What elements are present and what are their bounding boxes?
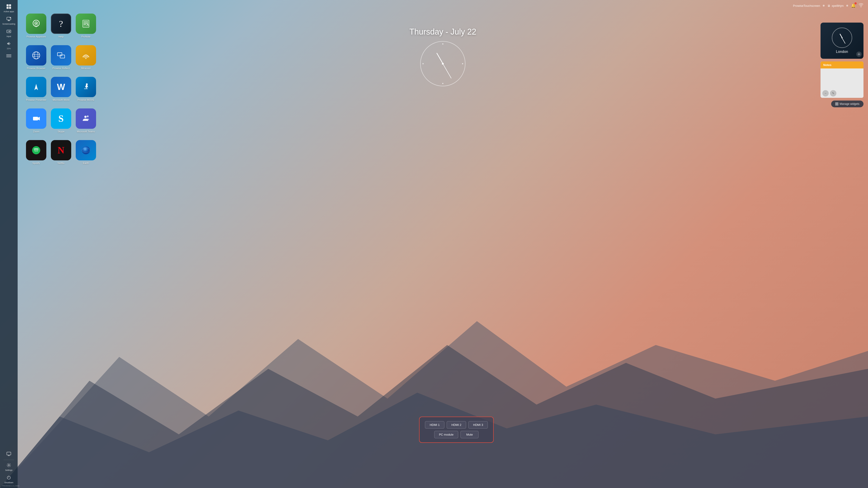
grid-icon xyxy=(6,4,11,10)
svg-point-42 xyxy=(84,116,87,118)
svg-point-30 xyxy=(34,52,38,59)
app-name-appstore: Prowise Appstore xyxy=(26,35,46,38)
app-icon-teams xyxy=(76,108,96,129)
sidebar-item-active-apps[interactable]: Active apps xyxy=(0,2,18,15)
app-name-move: Prowise MOVE xyxy=(78,98,94,101)
app-pronote[interactable]: ProNote xyxy=(74,13,97,43)
svg-marker-37 xyxy=(34,84,38,90)
app-name-presenter: Prowise Presenter xyxy=(26,98,46,101)
input-icon xyxy=(6,29,11,35)
app-name-spotify: Spotify xyxy=(32,162,40,164)
svg-marker-12 xyxy=(7,42,9,45)
app-word[interactable]: W Microsoft Word xyxy=(50,77,72,106)
app-icon-reflect xyxy=(51,45,71,66)
app-name-teams: Microsoft Teams xyxy=(77,130,95,133)
app-icon-move xyxy=(76,77,96,97)
app-name-help: Help xyxy=(59,35,64,38)
app-zoom[interactable]: Zoom xyxy=(25,108,48,138)
svg-rect-6 xyxy=(9,7,11,9)
sidebar: Active apps Screencasting Input xyxy=(0,0,18,184)
sidebar-label-active-apps: Active apps xyxy=(4,10,14,13)
sidebar-item-screencasting[interactable]: Screencasting xyxy=(0,15,18,27)
sidebar-label-volume: 20% xyxy=(7,47,11,50)
app-appstore[interactable]: Prowise Appstore xyxy=(25,13,48,43)
topbar: ProwiseTouchscreen 🖥 xpe8thjm 🔔 xyxy=(18,0,329,11)
app-name-netflix: Netflix xyxy=(58,162,65,164)
app-icon-word: W xyxy=(51,77,71,97)
app-miracast[interactable]: Miracast xyxy=(74,45,97,74)
app-reflect[interactable]: Prowise Reflect xyxy=(50,45,72,74)
app-presenter[interactable]: Prowise Presenter xyxy=(25,77,48,106)
svg-rect-25 xyxy=(83,20,89,27)
app-icon-help: ? xyxy=(51,13,71,34)
app-name-earth: Earth xyxy=(83,162,89,164)
app-name-browser: Prowise Browser xyxy=(27,67,46,70)
app-icon-skype: S xyxy=(51,108,71,129)
app-skype[interactable]: S Skype xyxy=(50,108,72,138)
app-name-reflect: Prowise Reflect xyxy=(53,67,70,70)
svg-rect-5 xyxy=(6,7,8,9)
app-icon-zoom xyxy=(26,108,46,129)
svg-rect-4 xyxy=(9,4,11,6)
app-icon-presenter xyxy=(26,77,46,97)
app-browser[interactable]: Prowise Browser xyxy=(25,45,48,74)
svg-rect-34 xyxy=(60,55,65,58)
app-spotify[interactable]: Spotify xyxy=(25,140,48,169)
sidebar-item-menu[interactable] xyxy=(0,52,18,60)
app-name-miracast: Miracast xyxy=(81,67,91,70)
sidebar-item-volume[interactable]: 20% xyxy=(0,39,18,52)
svg-marker-41 xyxy=(38,117,40,121)
sidebar-label-input: Input xyxy=(6,35,11,38)
sidebar-label-screencasting: Screencasting xyxy=(2,23,15,25)
sidebar-item-input[interactable]: Input xyxy=(0,27,18,39)
svg-rect-33 xyxy=(57,53,62,56)
app-icon-spotify xyxy=(26,140,46,160)
svg-point-43 xyxy=(87,116,89,117)
svg-rect-40 xyxy=(33,117,38,121)
app-name-skype: Skype xyxy=(58,130,65,133)
app-netflix[interactable]: N Netflix xyxy=(50,140,72,169)
app-icon-appstore xyxy=(26,13,46,34)
screencast-icon xyxy=(6,17,11,22)
app-name-zoom: Zoom xyxy=(33,130,39,133)
app-icon-pronote xyxy=(76,13,96,34)
svg-point-44 xyxy=(32,146,40,154)
svg-point-24 xyxy=(35,23,37,24)
app-grid: Prowise Appstore ? Help ProNote xyxy=(25,13,97,169)
app-name-pronote: ProNote xyxy=(81,35,90,38)
svg-point-38 xyxy=(86,84,88,85)
volume-icon xyxy=(6,41,11,47)
svg-point-36 xyxy=(86,58,86,59)
menu-icon xyxy=(6,54,11,58)
app-teams[interactable]: Microsoft Teams xyxy=(74,108,97,138)
svg-rect-3 xyxy=(6,4,8,6)
app-name-word: Microsoft Word xyxy=(53,98,69,101)
app-icon-miracast xyxy=(76,45,96,66)
svg-point-9 xyxy=(10,18,11,18)
app-icon-browser xyxy=(26,45,46,66)
svg-point-29 xyxy=(33,52,40,59)
app-icon-earth xyxy=(76,140,96,160)
app-earth[interactable]: Earth xyxy=(74,140,97,169)
app-move[interactable]: Prowise MOVE xyxy=(74,77,97,106)
app-icon-netflix: N xyxy=(51,140,71,160)
app-help[interactable]: ? Help xyxy=(50,13,72,43)
svg-point-45 xyxy=(82,146,90,154)
